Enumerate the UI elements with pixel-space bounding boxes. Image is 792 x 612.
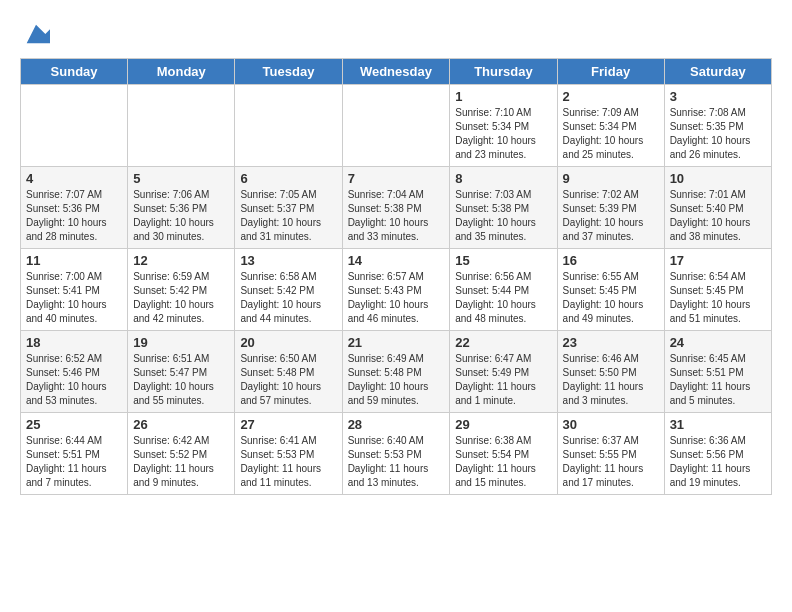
calendar-cell: 5Sunrise: 7:06 AM Sunset: 5:36 PM Daylig… (128, 167, 235, 249)
calendar-cell: 4Sunrise: 7:07 AM Sunset: 5:36 PM Daylig… (21, 167, 128, 249)
day-number: 20 (240, 335, 336, 350)
day-info: Sunrise: 7:02 AM Sunset: 5:39 PM Dayligh… (563, 188, 659, 244)
calendar-cell: 17Sunrise: 6:54 AM Sunset: 5:45 PM Dayli… (664, 249, 771, 331)
day-info: Sunrise: 6:49 AM Sunset: 5:48 PM Dayligh… (348, 352, 445, 408)
calendar-cell: 11Sunrise: 7:00 AM Sunset: 5:41 PM Dayli… (21, 249, 128, 331)
calendar-cell: 27Sunrise: 6:41 AM Sunset: 5:53 PM Dayli… (235, 413, 342, 495)
weekday-header: Saturday (664, 59, 771, 85)
day-number: 7 (348, 171, 445, 186)
calendar-cell: 20Sunrise: 6:50 AM Sunset: 5:48 PM Dayli… (235, 331, 342, 413)
day-info: Sunrise: 7:03 AM Sunset: 5:38 PM Dayligh… (455, 188, 551, 244)
day-info: Sunrise: 6:46 AM Sunset: 5:50 PM Dayligh… (563, 352, 659, 408)
calendar-cell: 22Sunrise: 6:47 AM Sunset: 5:49 PM Dayli… (450, 331, 557, 413)
day-number: 10 (670, 171, 766, 186)
day-info: Sunrise: 6:42 AM Sunset: 5:52 PM Dayligh… (133, 434, 229, 490)
calendar-cell: 3Sunrise: 7:08 AM Sunset: 5:35 PM Daylig… (664, 85, 771, 167)
calendar-cell: 24Sunrise: 6:45 AM Sunset: 5:51 PM Dayli… (664, 331, 771, 413)
day-number: 5 (133, 171, 229, 186)
day-number: 21 (348, 335, 445, 350)
svg-marker-0 (27, 25, 50, 44)
day-number: 4 (26, 171, 122, 186)
calendar-cell: 19Sunrise: 6:51 AM Sunset: 5:47 PM Dayli… (128, 331, 235, 413)
day-info: Sunrise: 7:06 AM Sunset: 5:36 PM Dayligh… (133, 188, 229, 244)
calendar-cell: 21Sunrise: 6:49 AM Sunset: 5:48 PM Dayli… (342, 331, 450, 413)
day-info: Sunrise: 6:40 AM Sunset: 5:53 PM Dayligh… (348, 434, 445, 490)
day-number: 6 (240, 171, 336, 186)
logo-icon (22, 20, 50, 48)
day-number: 17 (670, 253, 766, 268)
day-info: Sunrise: 6:59 AM Sunset: 5:42 PM Dayligh… (133, 270, 229, 326)
calendar-cell: 8Sunrise: 7:03 AM Sunset: 5:38 PM Daylig… (450, 167, 557, 249)
calendar-week-row: 4Sunrise: 7:07 AM Sunset: 5:36 PM Daylig… (21, 167, 772, 249)
calendar-week-row: 18Sunrise: 6:52 AM Sunset: 5:46 PM Dayli… (21, 331, 772, 413)
weekday-header: Thursday (450, 59, 557, 85)
calendar-cell: 9Sunrise: 7:02 AM Sunset: 5:39 PM Daylig… (557, 167, 664, 249)
day-number: 30 (563, 417, 659, 432)
calendar-cell: 15Sunrise: 6:56 AM Sunset: 5:44 PM Dayli… (450, 249, 557, 331)
calendar-cell: 13Sunrise: 6:58 AM Sunset: 5:42 PM Dayli… (235, 249, 342, 331)
day-info: Sunrise: 7:10 AM Sunset: 5:34 PM Dayligh… (455, 106, 551, 162)
day-number: 2 (563, 89, 659, 104)
day-number: 8 (455, 171, 551, 186)
day-number: 16 (563, 253, 659, 268)
calendar-cell: 25Sunrise: 6:44 AM Sunset: 5:51 PM Dayli… (21, 413, 128, 495)
day-info: Sunrise: 7:09 AM Sunset: 5:34 PM Dayligh… (563, 106, 659, 162)
weekday-header-row: SundayMondayTuesdayWednesdayThursdayFrid… (21, 59, 772, 85)
day-info: Sunrise: 6:58 AM Sunset: 5:42 PM Dayligh… (240, 270, 336, 326)
day-info: Sunrise: 6:37 AM Sunset: 5:55 PM Dayligh… (563, 434, 659, 490)
day-number: 18 (26, 335, 122, 350)
calendar-cell: 29Sunrise: 6:38 AM Sunset: 5:54 PM Dayli… (450, 413, 557, 495)
day-info: Sunrise: 6:41 AM Sunset: 5:53 PM Dayligh… (240, 434, 336, 490)
calendar-cell (21, 85, 128, 167)
calendar-cell: 12Sunrise: 6:59 AM Sunset: 5:42 PM Dayli… (128, 249, 235, 331)
weekday-header: Friday (557, 59, 664, 85)
day-info: Sunrise: 7:00 AM Sunset: 5:41 PM Dayligh… (26, 270, 122, 326)
day-info: Sunrise: 6:57 AM Sunset: 5:43 PM Dayligh… (348, 270, 445, 326)
day-info: Sunrise: 6:54 AM Sunset: 5:45 PM Dayligh… (670, 270, 766, 326)
day-number: 12 (133, 253, 229, 268)
day-info: Sunrise: 6:55 AM Sunset: 5:45 PM Dayligh… (563, 270, 659, 326)
day-number: 31 (670, 417, 766, 432)
day-number: 3 (670, 89, 766, 104)
day-number: 24 (670, 335, 766, 350)
day-info: Sunrise: 6:50 AM Sunset: 5:48 PM Dayligh… (240, 352, 336, 408)
day-number: 26 (133, 417, 229, 432)
day-number: 22 (455, 335, 551, 350)
day-number: 1 (455, 89, 551, 104)
calendar-cell: 26Sunrise: 6:42 AM Sunset: 5:52 PM Dayli… (128, 413, 235, 495)
calendar-cell: 14Sunrise: 6:57 AM Sunset: 5:43 PM Dayli… (342, 249, 450, 331)
day-number: 28 (348, 417, 445, 432)
day-number: 25 (26, 417, 122, 432)
calendar-week-row: 25Sunrise: 6:44 AM Sunset: 5:51 PM Dayli… (21, 413, 772, 495)
day-number: 13 (240, 253, 336, 268)
day-number: 11 (26, 253, 122, 268)
calendar-cell: 16Sunrise: 6:55 AM Sunset: 5:45 PM Dayli… (557, 249, 664, 331)
day-number: 29 (455, 417, 551, 432)
calendar-cell: 1Sunrise: 7:10 AM Sunset: 5:34 PM Daylig… (450, 85, 557, 167)
day-info: Sunrise: 6:36 AM Sunset: 5:56 PM Dayligh… (670, 434, 766, 490)
weekday-header: Sunday (21, 59, 128, 85)
day-info: Sunrise: 6:45 AM Sunset: 5:51 PM Dayligh… (670, 352, 766, 408)
calendar-cell: 10Sunrise: 7:01 AM Sunset: 5:40 PM Dayli… (664, 167, 771, 249)
day-number: 9 (563, 171, 659, 186)
calendar-cell (342, 85, 450, 167)
day-info: Sunrise: 7:08 AM Sunset: 5:35 PM Dayligh… (670, 106, 766, 162)
logo (20, 20, 50, 48)
day-info: Sunrise: 6:51 AM Sunset: 5:47 PM Dayligh… (133, 352, 229, 408)
day-number: 23 (563, 335, 659, 350)
calendar-cell (235, 85, 342, 167)
day-info: Sunrise: 6:38 AM Sunset: 5:54 PM Dayligh… (455, 434, 551, 490)
weekday-header: Monday (128, 59, 235, 85)
calendar-cell: 23Sunrise: 6:46 AM Sunset: 5:50 PM Dayli… (557, 331, 664, 413)
calendar-table: SundayMondayTuesdayWednesdayThursdayFrid… (20, 58, 772, 495)
calendar-week-row: 1Sunrise: 7:10 AM Sunset: 5:34 PM Daylig… (21, 85, 772, 167)
calendar-cell: 2Sunrise: 7:09 AM Sunset: 5:34 PM Daylig… (557, 85, 664, 167)
page-header (20, 20, 772, 48)
calendar-cell: 31Sunrise: 6:36 AM Sunset: 5:56 PM Dayli… (664, 413, 771, 495)
day-info: Sunrise: 7:05 AM Sunset: 5:37 PM Dayligh… (240, 188, 336, 244)
calendar-cell: 6Sunrise: 7:05 AM Sunset: 5:37 PM Daylig… (235, 167, 342, 249)
calendar-cell: 28Sunrise: 6:40 AM Sunset: 5:53 PM Dayli… (342, 413, 450, 495)
day-number: 14 (348, 253, 445, 268)
day-info: Sunrise: 7:04 AM Sunset: 5:38 PM Dayligh… (348, 188, 445, 244)
day-info: Sunrise: 6:56 AM Sunset: 5:44 PM Dayligh… (455, 270, 551, 326)
